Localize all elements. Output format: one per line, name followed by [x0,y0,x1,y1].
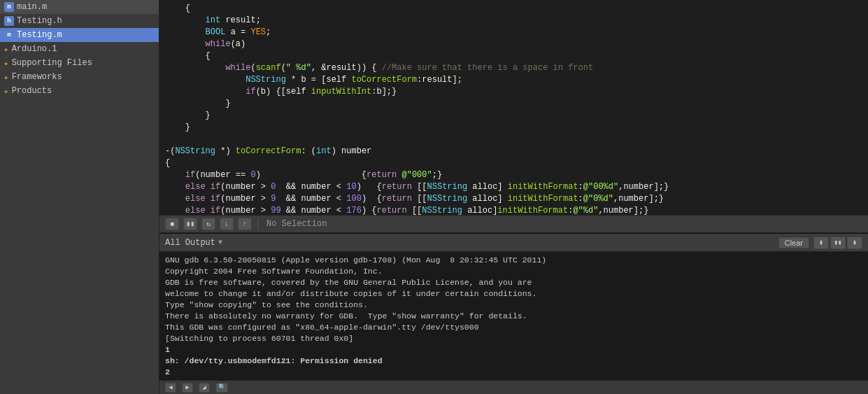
sidebar-item-supporting-files[interactable]: ▸ Supporting Files [0,56,159,70]
status-bar: ◀ ▶ ◢ 🔍 [159,380,868,394]
console-view-split-left[interactable]: ▮ [813,237,829,249]
code-line: -(NSString *) toCorrectForm: (int) numbe… [159,146,868,157]
code-line: { [159,157,868,169]
console-view-split-both[interactable]: ▮▮ [830,237,846,249]
folder-icon: ▸ [4,73,9,82]
code-line: BOOL a = YES; [159,27,868,38]
code-line [159,134,868,146]
step-out-button[interactable]: ↑ [238,218,252,230]
file-m-icon: m [4,30,14,40]
console-line: welcome to change it and/or distribute c… [165,288,862,300]
status-btn-4[interactable]: 🔍 [215,383,228,393]
sidebar-item-label: main.m [17,2,47,12]
console-panel: All Output ▼ Clear ▮ ▮▮ ▮ GNU gdb 6.3.50… [159,233,868,380]
code-line: while(scanf(" %d", &result)) { //Make su… [159,62,868,74]
sidebar-item-label: Testing.m [17,30,62,40]
console-line: Copyright 2004 Free Software Foundation,… [165,266,862,277]
console-line: 1 [165,344,862,356]
console-line: GNU gdb 6.3.50-20050815 (Apple version g… [165,255,862,266]
folder-icon: ▸ [4,59,9,68]
sidebar-item-label: Supporting Files [12,58,92,68]
toolbar-divider [257,218,258,230]
debug-toggle-button[interactable]: ■ [165,218,179,230]
console-view-split-right[interactable]: ▮ [847,237,862,249]
sidebar: m main.m h Testing.h m Testing.m ▸ Ardui… [0,0,159,394]
sidebar-item-main-m[interactable]: m main.m [0,0,159,14]
code-line: } [159,98,868,110]
pause-button[interactable]: ▮▮ [183,218,197,230]
status-btn-1[interactable]: ◀ [165,383,176,393]
folder-icon: ▸ [4,87,9,96]
code-line: NSString * b = [self toCorrectForm:resul… [159,74,868,86]
code-line: } [159,110,868,122]
console-filter[interactable]: All Output ▼ [165,238,222,248]
file-m-icon: m [4,2,14,12]
code-line: if(b) {[self inputWithInt:b];} [159,86,868,98]
clear-button[interactable]: Clear [778,237,809,248]
console-output[interactable]: GNU gdb 6.3.50-20050815 (Apple version g… [159,252,868,380]
code-line: while(a) [159,38,868,50]
filter-label: All Output [165,238,215,248]
code-content[interactable]: { int result; BOOL a = YES; while(a) { w… [159,0,868,215]
status-btn-2[interactable]: ▶ [182,383,193,393]
console-line: 2 [165,367,862,378]
code-line: else if(number > 0 && number < 10) {retu… [159,181,868,193]
code-editor: { int result; BOOL a = YES; while(a) { w… [159,0,868,233]
code-line: { [159,3,868,15]
sidebar-item-label: Frameworks [12,72,62,82]
console-line: There is absolutely no warranty for GDB.… [165,311,862,322]
sidebar-item-testing-h[interactable]: h Testing.h [0,14,159,28]
sidebar-item-frameworks[interactable]: ▸ Frameworks [0,70,159,84]
console-line: Type "show copying" to see the condition… [165,300,862,311]
code-line: int result; [159,15,868,27]
code-line: if(number == 0) {return @"000";} [159,169,868,181]
console-line: sh: /dev/tty.usbmodemfd121: Permission d… [165,356,862,367]
step-over-button[interactable]: ↻ [201,218,215,230]
console-header: All Output ▼ Clear ▮ ▮▮ ▮ [159,234,868,252]
console-line: This GDB was configured as "x86_64-apple… [165,322,862,333]
sidebar-item-label: Testing.h [17,16,62,26]
main-area: { int result; BOOL a = YES; while(a) { w… [159,0,868,394]
code-line: else if(number > 9 && number < 100) {ret… [159,193,868,205]
sidebar-item-label: Products [12,86,52,96]
console-line: GDB is free software, covered by the GNU… [165,277,862,288]
status-btn-3[interactable]: ◢ [199,383,210,393]
code-line: else if(number > 99 && number < 176) {re… [159,205,868,215]
step-into-button[interactable]: ↓ [220,218,234,230]
code-line: { [159,50,868,62]
filter-arrow-icon: ▼ [218,239,222,246]
folder-icon: ▸ [4,45,9,54]
sidebar-item-arduino-1[interactable]: ▸ Arduino.1 [0,42,159,56]
sidebar-item-products[interactable]: ▸ Products [0,84,159,98]
no-selection-label: No Selection [266,219,327,229]
code-line: } [159,122,868,134]
console-view-buttons: ▮ ▮▮ ▮ [813,237,862,249]
console-line: [Switching to process 60701 thread 0x0] [165,333,862,344]
file-h-icon: h [4,16,14,26]
sidebar-item-label: Arduino.1 [12,44,57,54]
editor-toolbar: ■ ▮▮ ↻ ↓ ↑ No Selection [159,215,868,233]
sidebar-item-testing-m[interactable]: m Testing.m [0,28,159,42]
